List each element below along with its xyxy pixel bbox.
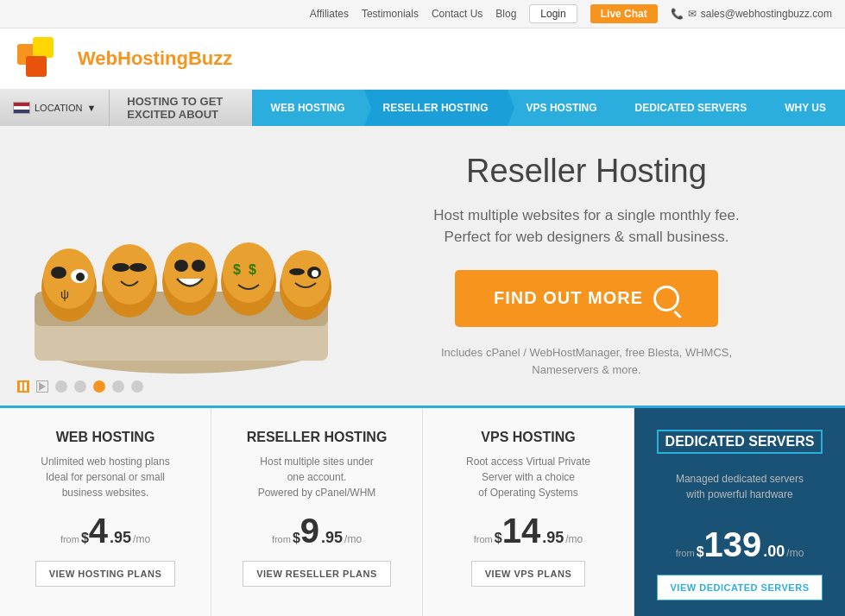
hosting-cards: WEB HOSTING Unlimited web hosting plansI…: [0, 405, 845, 616]
play-arrow-icon: [39, 382, 46, 391]
logo-icon: [17, 37, 69, 80]
email-icon: ✉: [688, 8, 697, 20]
find-out-label: FIND OUT MORE: [494, 288, 643, 308]
svg-point-28: [312, 270, 318, 277]
hero-title: Reseller Hosting: [380, 152, 793, 192]
view-vps-plans-button[interactable]: VIEW VPS PLANS: [471, 561, 586, 587]
reseller-hosting-card: RESELLER HOSTING Host multiple sites und…: [211, 408, 423, 616]
dedicated-price-cents: .00: [763, 543, 785, 561]
svg-point-13: [104, 244, 155, 305]
nav-why-us[interactable]: WHY US: [766, 90, 845, 126]
affiliates-link[interactable]: Affiliates: [310, 8, 349, 20]
vps-hosting-price: from $ 14 .95 /mo: [440, 513, 616, 548]
logo-hosting: Hosting: [117, 47, 188, 69]
reseller-from-label: from: [272, 534, 291, 544]
svg-point-18: [174, 260, 188, 272]
svg-rect-2: [26, 56, 47, 77]
dedicated-servers-desc: Managed dedicated serverswith powerful h…: [652, 471, 828, 514]
svg-rect-1: [33, 37, 54, 58]
reseller-price-cents: .95: [321, 529, 343, 547]
svg-point-17: [164, 242, 216, 303]
svg-point-8: [51, 267, 66, 279]
testimonials-link[interactable]: Testimonials: [362, 8, 419, 20]
svg-text:$: $: [233, 262, 241, 277]
hero-includes: Includes cPanel / WebHostManager, free B…: [380, 344, 793, 380]
vps-hosting-title: VPS HOSTING: [440, 430, 616, 445]
location-label: LOCATION: [35, 103, 82, 113]
hero-subtitle: Host multiple websites for a single mont…: [380, 204, 793, 248]
reseller-price-main: 9: [300, 513, 319, 548]
contact-email: 📞 ✉ sales@webhostingbuzz.com: [671, 8, 832, 20]
web-price-period: /mo: [133, 533, 150, 545]
reseller-dollar-sign: $: [293, 531, 300, 546]
svg-point-10: [76, 273, 85, 281]
dedicated-servers-card: DEDICATED SERVERS Managed dedicated serv…: [634, 408, 845, 616]
view-hosting-plans-button[interactable]: VIEW HOSTING PLANS: [35, 561, 176, 587]
web-from-label: from: [60, 534, 79, 544]
web-hosting-card: WEB HOSTING Unlimited web hosting plansI…: [0, 408, 211, 616]
view-reseller-plans-button[interactable]: VIEW RESELLER PLANS: [243, 561, 391, 587]
nav-dedicated-servers[interactable]: DEDICATED SERVERS: [616, 90, 766, 126]
nav-reseller-hosting[interactable]: RESELLER HOSTING: [364, 90, 508, 126]
hero-section: ψ $ $ Resel: [0, 126, 845, 405]
svg-point-26: [289, 268, 305, 275]
pause-bar-2: [24, 382, 27, 391]
email-address: sales@webhostingbuzz.com: [701, 8, 832, 20]
dedicated-servers-title: DEDICATED SERVERS: [657, 430, 823, 454]
livechat-button[interactable]: Live Chat: [590, 4, 658, 23]
search-icon: [653, 286, 679, 311]
logo-area[interactable]: WebHostingBuzz: [17, 37, 232, 80]
flag-icon: [13, 102, 30, 114]
dedicated-price-period: /mo: [786, 547, 804, 559]
slider-dot-active[interactable]: [93, 380, 105, 393]
egg-carton-illustration: ψ $ $: [17, 154, 345, 378]
vps-price-cents: .95: [542, 529, 564, 547]
reseller-price-period: /mo: [344, 533, 362, 545]
vps-hosting-card: VPS HOSTING Root access Virtual PrivateS…: [423, 408, 634, 616]
slider-dot-5[interactable]: [131, 380, 143, 393]
slider-dot-4[interactable]: [112, 380, 124, 393]
hero-image: ψ $ $: [0, 136, 363, 395]
chevron-down-icon: ▼: [86, 103, 96, 113]
contact-link[interactable]: Contact Us: [432, 8, 482, 20]
logo-web: Web: [78, 47, 117, 69]
blog-link[interactable]: Blog: [495, 8, 516, 20]
svg-point-19: [192, 260, 205, 272]
web-hosting-title: WEB HOSTING: [17, 430, 193, 445]
slider-play-button[interactable]: [36, 380, 48, 393]
login-button[interactable]: Login: [529, 4, 577, 23]
logo-buzz: Buzz: [188, 47, 232, 69]
vps-hosting-desc: Root access Virtual PrivateServer with a…: [440, 454, 616, 500]
slider-dot-2[interactable]: [74, 380, 86, 393]
find-out-more-button[interactable]: FIND OUT MORE: [455, 270, 718, 327]
location-selector[interactable]: LOCATION ▼: [0, 90, 110, 126]
slider-dot-1[interactable]: [55, 380, 67, 393]
dedicated-servers-price: from $ 139 .00 /mo: [652, 527, 828, 562]
svg-point-14: [112, 263, 129, 272]
logo-text: WebHostingBuzz: [78, 47, 232, 70]
pause-bar-1: [20, 382, 22, 391]
svg-point-25: [281, 250, 330, 307]
svg-text:ψ: ψ: [60, 287, 69, 301]
web-hosting-price: from $ 4 .95 /mo: [17, 513, 193, 548]
nav-items: WEB HOSTING RESELLER HOSTING VPS HOSTING…: [252, 90, 845, 126]
reseller-hosting-price: from $ 9 .95 /mo: [229, 513, 405, 548]
svg-point-15: [129, 263, 147, 272]
nav-vps-hosting[interactable]: VPS HOSTING: [508, 90, 616, 126]
hero-content: Reseller Hosting Host multiple websites …: [363, 126, 845, 405]
nav-web-hosting[interactable]: WEB HOSTING: [252, 90, 364, 126]
web-price-main: 4: [89, 513, 108, 548]
main-navigation: LOCATION ▼ HOSTING TO GET EXCITED ABOUT …: [0, 90, 845, 126]
web-price-cents: .95: [110, 529, 131, 547]
slider-controls: [17, 380, 143, 393]
vps-dollar-sign: $: [495, 531, 502, 546]
web-dollar-sign: $: [81, 531, 89, 546]
site-header: WebHostingBuzz: [0, 28, 845, 90]
tagline: HOSTING TO GET EXCITED ABOUT: [110, 95, 251, 121]
slider-pause-button[interactable]: [17, 380, 29, 393]
vps-from-label: from: [474, 534, 493, 544]
dedicated-price-main: 139: [704, 527, 762, 562]
top-bar: Affiliates Testimonials Contact Us Blog …: [0, 0, 845, 28]
view-dedicated-servers-button[interactable]: VIEW DEDICATED SERVERS: [657, 575, 823, 600]
reseller-hosting-desc: Host multiple sites underone account.Pow…: [229, 454, 405, 500]
